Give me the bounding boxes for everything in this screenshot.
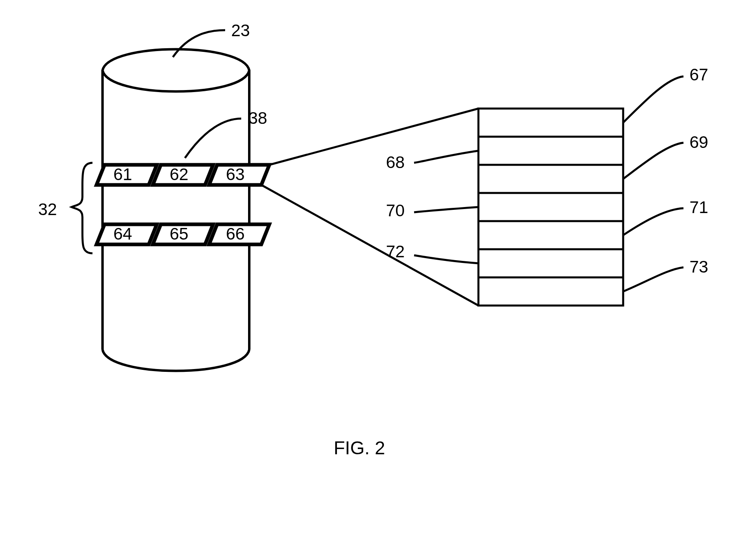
label-70: 70	[386, 201, 405, 220]
label-68: 68	[386, 153, 405, 172]
figure-caption: FIG. 2	[334, 437, 385, 458]
brace-32: 32	[38, 163, 92, 253]
label-38: 38	[248, 109, 267, 127]
chip-63-label: 63	[226, 165, 245, 184]
figure-diagram: 23 38 32 61 62 63 64 65 66	[0, 0, 751, 560]
chip-63: 63	[209, 165, 269, 185]
chip-61: 61	[96, 165, 157, 185]
leader-68: 68	[386, 151, 478, 172]
chip-66-label: 66	[226, 224, 245, 243]
chip-62-label: 62	[170, 165, 189, 184]
leader-69: 69	[623, 133, 708, 179]
leader-72: 72	[386, 242, 478, 263]
chip-65: 65	[153, 224, 213, 244]
label-71: 71	[689, 198, 708, 217]
svg-rect-8	[478, 109, 623, 306]
layer-stack	[478, 109, 623, 306]
chip-64: 64	[96, 224, 157, 244]
label-73: 73	[689, 257, 708, 276]
cylinder-body	[103, 49, 249, 371]
chip-65-label: 65	[170, 224, 189, 243]
leader-70: 70	[386, 201, 478, 220]
chip-62: 62	[153, 165, 213, 185]
label-67: 67	[689, 65, 708, 84]
chip-61-label: 61	[113, 165, 132, 184]
leader-67: 67	[623, 65, 708, 123]
label-32: 32	[38, 200, 57, 219]
label-23: 23	[231, 21, 250, 40]
leader-71: 71	[623, 198, 708, 235]
svg-line-7	[261, 185, 478, 306]
label-72: 72	[386, 242, 405, 261]
chip-66: 66	[209, 224, 269, 244]
leader-73: 73	[623, 257, 708, 291]
leader-38: 38	[185, 109, 267, 158]
chip-64-label: 64	[113, 224, 132, 243]
expansion-lines	[261, 109, 478, 306]
label-69: 69	[689, 133, 708, 152]
